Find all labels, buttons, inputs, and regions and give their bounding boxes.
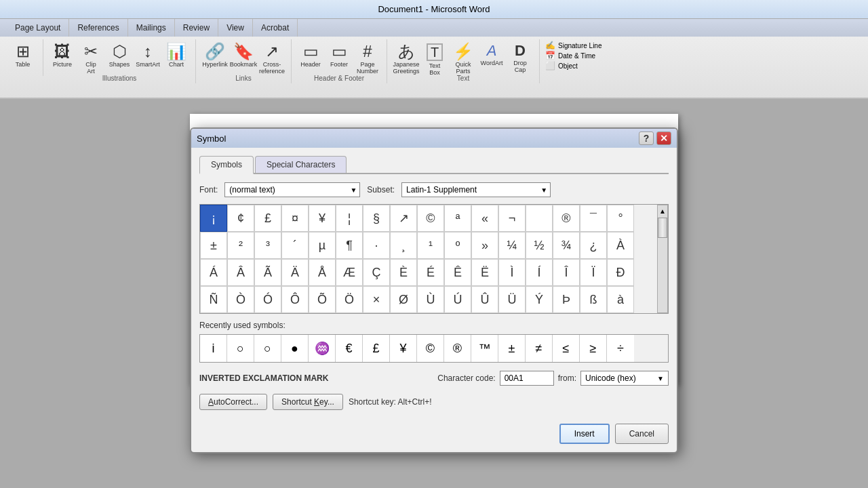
symbol-cell[interactable]: Ñ <box>200 286 227 313</box>
tab-references[interactable]: References <box>69 19 127 37</box>
dialog-close-button[interactable]: ✕ <box>656 131 671 145</box>
recent-symbol-cell[interactable]: ≥ <box>580 335 607 362</box>
symbol-cell[interactable]: ¯ <box>580 205 607 232</box>
symbol-cell[interactable]: ¶ <box>336 232 363 259</box>
symbol-cell[interactable]: È <box>390 259 417 286</box>
recent-symbol-cell[interactable]: ○ <box>227 335 254 362</box>
recent-symbol-cell[interactable]: © <box>417 335 444 362</box>
subset-select[interactable]: Latin-1 Supplement ▼ <box>401 182 551 197</box>
symbol-cell[interactable]: ¬ <box>498 205 526 232</box>
recent-symbol-cell[interactable]: ± <box>498 335 526 362</box>
symbol-cell[interactable]: Ý <box>526 286 553 313</box>
header-icon[interactable]: ▭ Header <box>297 41 324 75</box>
font-select[interactable]: (normal text) ▼ <box>224 182 360 197</box>
recent-symbol-cell[interactable]: ÷ <box>607 335 634 362</box>
tab-acrobat[interactable]: Acrobat <box>253 19 298 37</box>
from-select[interactable]: Unicode (hex) ▼ <box>580 371 669 386</box>
symbol-cell[interactable]: Ú <box>444 286 471 313</box>
pagenumber-icon[interactable]: # PageNumber <box>354 41 381 75</box>
symbol-cell[interactable]: Ü <box>498 286 526 313</box>
symbol-cell[interactable]: « <box>471 205 498 232</box>
symbol-cell[interactable]: ¾ <box>553 232 580 259</box>
symbol-cell[interactable]: ² <box>227 232 254 259</box>
symbol-cell[interactable]: ¤ <box>281 205 309 232</box>
chart-icon[interactable]: 📊 Chart <box>163 41 190 75</box>
recent-symbol-cell[interactable]: i <box>200 335 227 362</box>
symbol-cell[interactable]: Ä <box>281 259 309 286</box>
crossref-icon[interactable]: ↗ Cross-reference <box>258 41 285 75</box>
symbol-cell[interactable]: Ì <box>498 259 526 286</box>
symbol-cell[interactable]: ¥ <box>309 205 336 232</box>
symbol-cell[interactable]: Ô <box>281 286 309 313</box>
bookmark-icon[interactable]: 🔖 Bookmark <box>230 41 257 75</box>
symbol-cell[interactable]: Þ <box>553 286 580 313</box>
tab-review[interactable]: Review <box>175 19 218 37</box>
tab-page-layout[interactable]: Page Layout <box>7 19 69 37</box>
symbol-cell[interactable]: Ø <box>390 286 417 313</box>
scrollbar-thumb[interactable] <box>658 218 667 238</box>
symbol-cell[interactable]: © <box>417 205 444 232</box>
textbox-icon[interactable]: T TextBox <box>421 41 448 75</box>
recent-symbol-cell[interactable]: ♒ <box>309 335 336 362</box>
symbol-cell[interactable]: ß <box>580 286 607 313</box>
table-icon[interactable]: ⊞ Table <box>9 41 37 75</box>
symbol-cell[interactable]: ° <box>607 205 634 232</box>
smartart-icon[interactable]: ↕ SmartArt <box>134 41 161 75</box>
symbol-cell[interactable]: ´ <box>281 232 309 259</box>
symbol-cell[interactable]: ³ <box>254 232 281 259</box>
object-icon[interactable]: ⬜ Object <box>545 61 578 70</box>
recent-symbol-cell[interactable]: ≤ <box>553 335 580 362</box>
symbol-cell[interactable]: Î <box>553 259 580 286</box>
symbol-cell[interactable]: Â <box>227 259 254 286</box>
symbol-cell[interactable]: Æ <box>336 259 363 286</box>
datetime-icon[interactable]: 📅 Date & Time <box>545 51 595 60</box>
symbol-cell[interactable]: ½ <box>526 232 553 259</box>
symbol-cell[interactable]: ¸ <box>390 232 417 259</box>
dropcap-icon[interactable]: D DropCap <box>507 41 534 75</box>
symbol-cell[interactable]: Ù <box>417 286 444 313</box>
symbol-cell[interactable]: Ò <box>227 286 254 313</box>
dialog-help-button[interactable]: ? <box>639 131 654 145</box>
recent-symbol-cell[interactable]: ® <box>444 335 471 362</box>
scroll-up-button[interactable]: ▲ <box>658 205 667 216</box>
tab-mailings[interactable]: Mailings <box>128 19 175 37</box>
symbol-cell[interactable]: à <box>607 286 634 313</box>
symbol-cell[interactable]: » <box>471 232 498 259</box>
signature-line-icon[interactable]: ✍ Signature Line <box>545 41 602 50</box>
symbol-cell[interactable]: Ç <box>363 259 390 286</box>
picture-icon[interactable]: 🖼 Picture <box>49 41 76 75</box>
recent-symbol-cell[interactable]: ● <box>281 335 309 362</box>
recent-symbol-cell[interactable]: ○ <box>254 335 281 362</box>
autocorrect-button[interactable]: AutoCorrect... <box>199 394 267 410</box>
recent-symbol-cell[interactable]: ≠ <box>526 335 553 362</box>
clipart-icon[interactable]: ✂ ClipArt <box>77 41 104 75</box>
symbol-cell[interactable]: Ö <box>336 286 363 313</box>
symbol-cell[interactable]: ¢ <box>227 205 254 232</box>
symbol-cell[interactable]: ¦ <box>336 205 363 232</box>
symbol-cell[interactable]: · <box>363 232 390 259</box>
recent-symbol-cell[interactable]: £ <box>363 335 390 362</box>
symbol-cell[interactable]: Ð <box>607 259 634 286</box>
symbol-cell[interactable]: ® <box>553 205 580 232</box>
symbol-cell[interactable]: § <box>363 205 390 232</box>
shapes-icon[interactable]: ⬡ Shapes <box>106 41 133 75</box>
symbol-cell[interactable]: Ê <box>444 259 471 286</box>
wordart-icon[interactable]: A WordArt <box>478 41 505 75</box>
tab-symbols[interactable]: Symbols <box>199 156 254 174</box>
symbol-cell[interactable]: £ <box>254 205 281 232</box>
recent-symbol-cell[interactable]: € <box>336 335 363 362</box>
symbol-cell[interactable]: ¹ <box>417 232 444 259</box>
insert-button[interactable]: Insert <box>559 424 610 444</box>
symbol-cell[interactable]: Ã <box>254 259 281 286</box>
tab-view[interactable]: View <box>218 19 253 37</box>
symbol-cell[interactable]: Á <box>200 259 227 286</box>
symbol-cell[interactable]: µ <box>309 232 336 259</box>
tab-special-characters[interactable]: Special Characters <box>255 156 347 173</box>
symbol-cell[interactable]: ª <box>444 205 471 232</box>
japanese-greetings-icon[interactable]: あ JapaneseGreetings <box>393 41 420 75</box>
symbol-cell[interactable]: ¿ <box>580 232 607 259</box>
quickparts-icon[interactable]: ⚡ QuickParts <box>450 41 477 75</box>
symbol-cell[interactable]: À <box>607 232 634 259</box>
recent-symbol-cell[interactable]: ™ <box>471 335 498 362</box>
symbol-scrollbar[interactable]: ▲ <box>657 205 668 313</box>
